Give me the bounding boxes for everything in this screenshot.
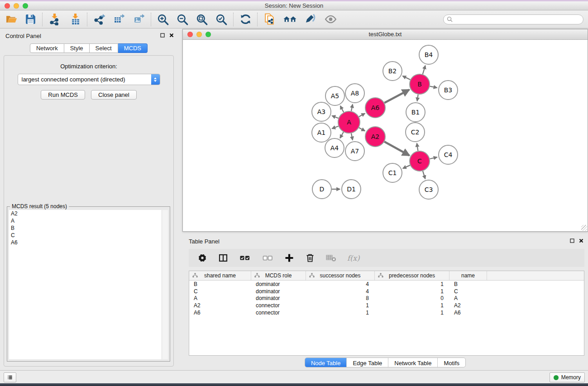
edge-A-A3[interactable] [332,116,338,118]
close-panel-button[interactable]: Close panel [91,90,137,100]
apply-layout-icon[interactable] [239,13,252,26]
table-cell[interactable]: dominator [251,288,306,295]
edge-B-B4[interactable] [423,66,425,74]
table-cell[interactable]: A [189,295,251,301]
table-cell[interactable]: A6 [189,310,251,316]
network-window-titlebar[interactable]: testGlobe.txt [183,29,588,40]
table-cell[interactable]: 1 [306,302,375,309]
edge-A-A4[interactable] [340,132,344,138]
show-graphics-icon[interactable] [324,13,337,26]
zoom-out-icon[interactable] [176,13,189,26]
table-row[interactable]: A6connector11A6 [189,309,584,316]
edge-A-A6[interactable] [359,114,365,117]
table-cell[interactable]: connector [251,302,306,309]
mcds-result-item[interactable]: B [9,224,168,232]
table-cell[interactable]: 1 [306,310,375,316]
edge-A-A7[interactable] [351,133,353,140]
edge-B-B1[interactable] [417,95,418,101]
close-panel-icon[interactable] [169,33,174,38]
home-views-icon[interactable] [283,13,296,26]
table-cell[interactable]: 1 [375,302,449,309]
table-cell[interactable]: A2 [449,302,487,309]
resize-grip-icon[interactable] [581,225,587,231]
table-cell[interactable]: B [449,281,487,287]
tab-edge-table[interactable]: Edge Table [346,358,388,367]
close-table-panel-icon[interactable] [579,238,583,243]
table-cell[interactable]: 4 [306,281,375,287]
edge-A-A8[interactable] [351,105,353,111]
zoom-fit-icon[interactable] [195,13,209,26]
save-session-icon[interactable] [24,13,37,26]
table-row[interactable]: Adominator80A [189,295,584,302]
tab-network-table[interactable]: Network Table [388,358,437,367]
edge-A2-C[interactable] [384,142,409,155]
table-cell[interactable]: dominator [251,295,306,301]
zoom-selected-icon[interactable] [215,13,228,26]
column-header-shared-name[interactable]: shared name [189,271,251,280]
edge-B-B2[interactable] [403,76,411,80]
column-header-predecessor-nodes[interactable]: predecessor nodes [375,271,449,280]
search-field[interactable] [443,14,583,24]
delete-table-icon[interactable] [325,253,337,263]
edge-A-A2[interactable] [359,128,365,131]
show-hide-columns-icon[interactable] [218,253,229,263]
tab-select[interactable]: Select [90,43,118,53]
edge-C-C2[interactable] [417,143,418,151]
edge-C-C1[interactable] [403,165,410,168]
criterion-select[interactable]: largest connected component (directed) [18,74,160,85]
mcds-result-item[interactable]: A6 [9,239,168,246]
table-cell[interactable]: 4 [306,288,375,295]
table-cell[interactable]: C [189,288,251,295]
toggle-graphics-details-icon[interactable] [303,13,317,26]
table-row[interactable]: A2connector11A2 [189,302,584,309]
column-header-name[interactable]: name [449,271,487,280]
edge-A-A5[interactable] [340,106,344,112]
table-row[interactable]: Cdominator41C [189,288,584,295]
float-panel-icon[interactable] [160,33,165,38]
export-table-icon[interactable] [112,13,126,26]
run-mcds-button[interactable]: Run MCDS [41,90,85,100]
zoom-in-icon[interactable] [156,13,170,26]
open-session-icon[interactable] [5,13,18,26]
table-row[interactable]: Bdominator41B [189,281,584,288]
table-cell[interactable]: C [449,288,487,295]
table-cell[interactable]: 1 [375,281,449,287]
task-history-button[interactable] [4,372,16,382]
table-cell[interactable]: 8 [306,295,375,301]
deselect-all-icon[interactable] [261,253,274,263]
network-from-selection-icon[interactable] [263,13,276,26]
import-network-icon[interactable] [48,13,61,26]
mcds-result-item[interactable]: A2 [9,210,168,217]
table-cell[interactable]: A [449,295,487,301]
export-image-icon[interactable] [132,13,146,26]
column-header-successor-nodes[interactable]: successor nodes [306,271,375,280]
memory-button[interactable]: Memory [550,372,585,382]
network-canvas[interactable]: B4B2BB3A8A5A6A3B1AA1C2A2A4A7C4CC1C3DD1 [183,40,588,231]
select-all-icon[interactable] [239,253,251,263]
tab-network[interactable]: Network [30,43,64,53]
table-cell[interactable]: 1 [375,310,449,316]
table-cell[interactable]: 1 [375,288,449,295]
table-mode-gear-icon[interactable] [197,253,208,263]
list-scrollbar[interactable] [162,210,168,359]
table-cell[interactable]: A6 [449,310,487,316]
edge-A6-B[interactable] [384,90,409,103]
search-input[interactable] [455,16,580,23]
edge-C-C3[interactable] [423,171,425,179]
delete-columns-icon[interactable] [305,253,316,263]
edge-B-B3[interactable] [430,86,437,88]
column-header-MCDS-role[interactable]: MCDS role [251,271,306,280]
export-network-icon[interactable] [92,13,106,26]
table-cell[interactable]: dominator [251,281,306,287]
tab-node-table[interactable]: Node Table [305,358,347,367]
float-table-panel-icon[interactable] [570,238,574,243]
tab-motifs[interactable]: Motifs [437,358,465,367]
table-cell[interactable]: 0 [375,295,449,301]
mcds-result-item[interactable]: C [9,232,168,239]
tab-mcds[interactable]: MCDS [118,43,148,53]
edge-C-C4[interactable] [430,157,437,159]
table-cell[interactable]: A2 [189,302,251,309]
create-column-icon[interactable] [284,253,295,263]
table-cell[interactable]: connector [251,310,306,316]
edge-A-A1[interactable] [332,126,338,129]
